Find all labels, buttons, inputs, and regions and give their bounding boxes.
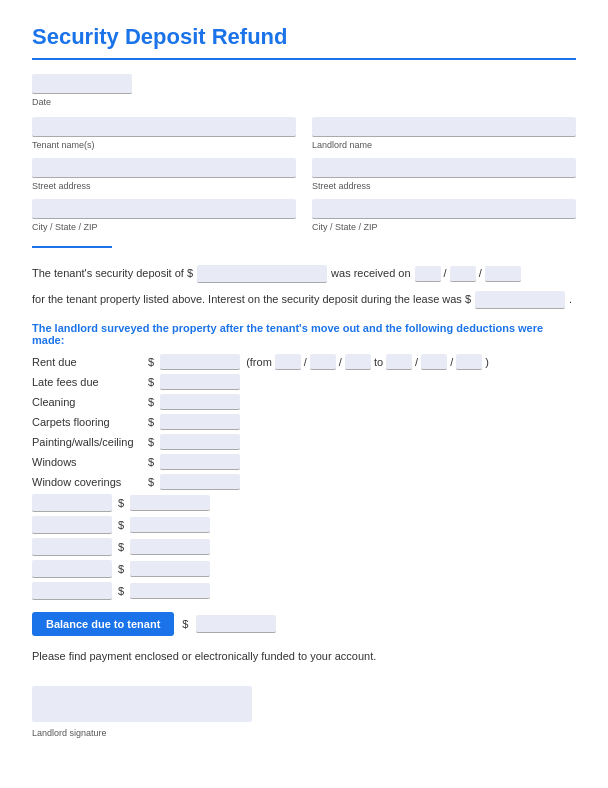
deduction-row-windows: Windows $ — [32, 454, 576, 470]
deduction-input-other3[interactable] — [130, 539, 210, 555]
tenant-city-input[interactable] — [32, 199, 296, 219]
deduction-input-other4[interactable] — [130, 561, 210, 577]
landlord-street-input[interactable] — [312, 158, 576, 178]
section-divider — [32, 246, 112, 248]
tenant-name-col: Tenant name(s) — [32, 117, 296, 150]
other2-label-input[interactable] — [32, 516, 112, 534]
deduction-label-window-coverings: Window coverings — [32, 476, 142, 488]
landlord-name-input[interactable] — [312, 117, 576, 137]
rent-from-month[interactable] — [275, 354, 301, 370]
deduction-input-other1[interactable] — [130, 495, 210, 511]
slash2: / — [479, 264, 482, 284]
slash1: / — [444, 264, 447, 284]
other5-label-input[interactable] — [32, 582, 112, 600]
date-section: Date — [32, 74, 576, 107]
deduction-row-rent: Rent due $ (from / / to / / ) — [32, 354, 576, 370]
names-row: Tenant name(s) Landlord name — [32, 117, 576, 150]
tenant-street-input[interactable] — [32, 158, 296, 178]
payment-text: Please find payment enclosed or electron… — [32, 650, 576, 662]
tenant-name-label: Tenant name(s) — [32, 140, 296, 150]
title-divider — [32, 58, 576, 60]
sentence1-row: The tenant's security deposit of $ was r… — [32, 264, 576, 284]
sentence2-row: for the tenant property listed above. In… — [32, 290, 576, 310]
deduction-input-rent[interactable] — [160, 354, 240, 370]
deduction-row-other3: $ — [32, 538, 576, 556]
other4-label-input[interactable] — [32, 560, 112, 578]
deduction-row-other1: $ — [32, 494, 576, 512]
received-date: / / — [415, 264, 521, 284]
sentence1-mid: was received on — [331, 264, 411, 284]
rent-from-to: (from / / to / / ) — [246, 354, 489, 370]
page-title: Security Deposit Refund — [32, 24, 576, 50]
sentence1-start: The tenant's security deposit of $ — [32, 264, 193, 284]
date-input[interactable] — [32, 74, 132, 94]
city-row: City / State / ZIP City / State / ZIP — [32, 199, 576, 232]
received-year-input[interactable] — [485, 266, 521, 282]
balance-dollar-sign: $ — [182, 618, 188, 630]
deduction-label-cleaning: Cleaning — [32, 396, 142, 408]
deduction-input-carpets[interactable] — [160, 414, 240, 430]
tenant-city-col: City / State / ZIP — [32, 199, 296, 232]
landlord-city-label: City / State / ZIP — [312, 222, 576, 232]
landlord-signature-label: Landlord signature — [32, 728, 107, 738]
balance-input[interactable] — [196, 615, 276, 633]
deduction-row-carpets: Carpets flooring $ — [32, 414, 576, 430]
landlord-name-label: Landlord name — [312, 140, 576, 150]
tenant-street-col: Street address — [32, 158, 296, 191]
rent-to-year[interactable] — [456, 354, 482, 370]
deduction-row-painting: Painting/walls/ceiling $ — [32, 434, 576, 450]
received-month-input[interactable] — [415, 266, 441, 282]
tenant-street-label: Street address — [32, 181, 296, 191]
deductions-list: Rent due $ (from / / to / / ) Late fees … — [32, 354, 576, 600]
deduction-label-late-fees: Late fees due — [32, 376, 142, 388]
street-row: Street address Street address — [32, 158, 576, 191]
deduction-dollar-rent: $ — [148, 356, 154, 368]
sentence2-period: . — [569, 290, 572, 310]
received-day-input[interactable] — [450, 266, 476, 282]
rent-from-day[interactable] — [310, 354, 336, 370]
deduction-label-painting: Painting/walls/ceiling — [32, 436, 142, 448]
sentence2-start: for the tenant property listed above. In… — [32, 290, 471, 310]
balance-due-button[interactable]: Balance due to tenant — [32, 612, 174, 636]
deduction-row-other5: $ — [32, 582, 576, 600]
deductions-title: The landlord surveyed the property after… — [32, 322, 576, 346]
deduction-row-other2: $ — [32, 516, 576, 534]
deduction-label-windows: Windows — [32, 456, 142, 468]
deduction-input-windows[interactable] — [160, 454, 240, 470]
deduction-label-rent: Rent due — [32, 356, 142, 368]
date-field-group: Date — [32, 74, 576, 107]
deduction-input-other5[interactable] — [130, 583, 210, 599]
other1-label-input[interactable] — [32, 494, 112, 512]
landlord-signature-input[interactable] — [32, 686, 252, 722]
deduction-row-other4: $ — [32, 560, 576, 578]
tenant-name-input[interactable] — [32, 117, 296, 137]
deduction-row-late-fees: Late fees due $ — [32, 374, 576, 390]
interest-amount-input[interactable] — [475, 291, 565, 309]
deduction-row-window-coverings: Window coverings $ — [32, 474, 576, 490]
deduction-input-cleaning[interactable] — [160, 394, 240, 410]
landlord-city-input[interactable] — [312, 199, 576, 219]
from-label: (from — [246, 356, 272, 368]
deduction-input-other2[interactable] — [130, 517, 210, 533]
deduction-row-cleaning: Cleaning $ — [32, 394, 576, 410]
signature-section: Landlord signature — [32, 686, 576, 738]
balance-row: Balance due to tenant $ — [32, 612, 576, 636]
deposit-amount-input[interactable] — [197, 265, 327, 283]
deduction-label-carpets: Carpets flooring — [32, 416, 142, 428]
deduction-input-painting[interactable] — [160, 434, 240, 450]
rent-from-year[interactable] — [345, 354, 371, 370]
landlord-city-col: City / State / ZIP — [312, 199, 576, 232]
deduction-input-late-fees[interactable] — [160, 374, 240, 390]
deduction-input-window-coverings[interactable] — [160, 474, 240, 490]
landlord-street-col: Street address — [312, 158, 576, 191]
other3-label-input[interactable] — [32, 538, 112, 556]
date-label: Date — [32, 97, 576, 107]
rent-to-day[interactable] — [421, 354, 447, 370]
tenant-city-label: City / State / ZIP — [32, 222, 296, 232]
landlord-name-col: Landlord name — [312, 117, 576, 150]
rent-to-month[interactable] — [386, 354, 412, 370]
landlord-street-label: Street address — [312, 181, 576, 191]
